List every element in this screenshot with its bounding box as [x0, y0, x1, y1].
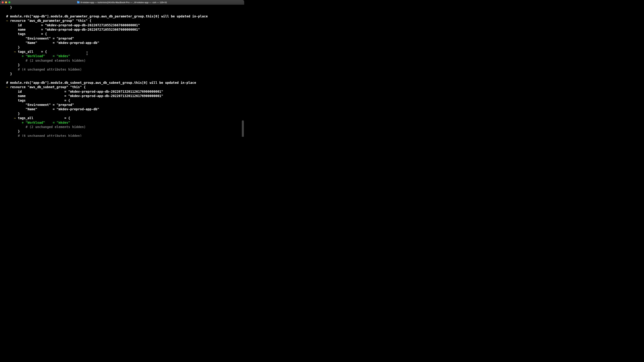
resource-decl: ~ resource "aws_db_parameter_group" "thi… [0, 18, 244, 23]
hidden-note: # (4 unchanged attributes hidden) [0, 67, 244, 72]
output-line [0, 76, 244, 81]
output-line [0, 10, 244, 14]
attr-name: name = "mkdev-preprod-app-db-20220727105… [0, 27, 244, 32]
attr-name: name = "mkdev-preprod-app-db-20220713201… [0, 94, 244, 98]
tags-close: } [0, 45, 244, 50]
attr-tags: tags = { [0, 32, 244, 36]
terminal-window: tf-mkdev-app — kshirinin@Kirills-MacBook… [0, 0, 244, 137]
hidden-note: # (2 unchanged elements hidden) [0, 125, 244, 129]
plan-header: # module.rds["app-db"].module.db_subnet_… [0, 81, 244, 85]
folder-icon [77, 1, 80, 3]
tag-env: "Environment" = "preprod" [0, 103, 244, 107]
tag-env: "Environment" = "preprod" [0, 36, 244, 41]
title-text: tf-mkdev-app — kshirinin@Kirills-MacBook… [80, 1, 167, 4]
hidden-note: # (2 unchanged elements hidden) [0, 58, 244, 63]
tag-name: "Name" = "mkdev-preprod-app-db" [0, 107, 244, 111]
tags-all: ~ tags_all = { [0, 50, 244, 54]
close-icon[interactable] [2, 1, 4, 3]
tagsall-close: } [0, 63, 244, 67]
attr-id: id = "mkdev-preprod-app-db-2022072710552… [0, 23, 244, 27]
window-controls [2, 1, 10, 3]
tag-name: "Name" = "mkdev-preprod-app-db" [0, 41, 244, 45]
resource-decl: ~ resource "aws_db_subnet_group" "this" … [0, 85, 244, 89]
scrollbar[interactable] [242, 120, 244, 137]
minimize-icon[interactable] [5, 1, 7, 3]
res-close: } [0, 72, 244, 76]
tags-close: } [0, 112, 244, 116]
text-cursor-icon [87, 52, 87, 55]
terminal-output[interactable]: } # module.rds["app-db"].module.db_param… [0, 5, 244, 137]
workload-add: + "Workload" = "mkdev" [0, 120, 244, 125]
hidden-note: # (6 unchanged attributes hidden) [0, 134, 244, 137]
tags-all: ~ tags_all = { [0, 116, 244, 120]
attr-tags: tags = { [0, 98, 244, 103]
attr-id: id = "mkdev-preprod-app-db-2022071320112… [0, 89, 244, 94]
titlebar[interactable]: tf-mkdev-app — kshirinin@Kirills-MacBook… [0, 0, 244, 5]
output-line: } [0, 5, 244, 10]
workload-add: + "Workload" = "mkdev" [0, 54, 244, 58]
fullscreen-icon[interactable] [8, 1, 10, 3]
tagsall-close: } [0, 129, 244, 134]
plan-header: # module.rds["app-db"].module.db_paramet… [0, 14, 244, 18]
window-title: tf-mkdev-app — kshirinin@Kirills-MacBook… [77, 1, 167, 4]
